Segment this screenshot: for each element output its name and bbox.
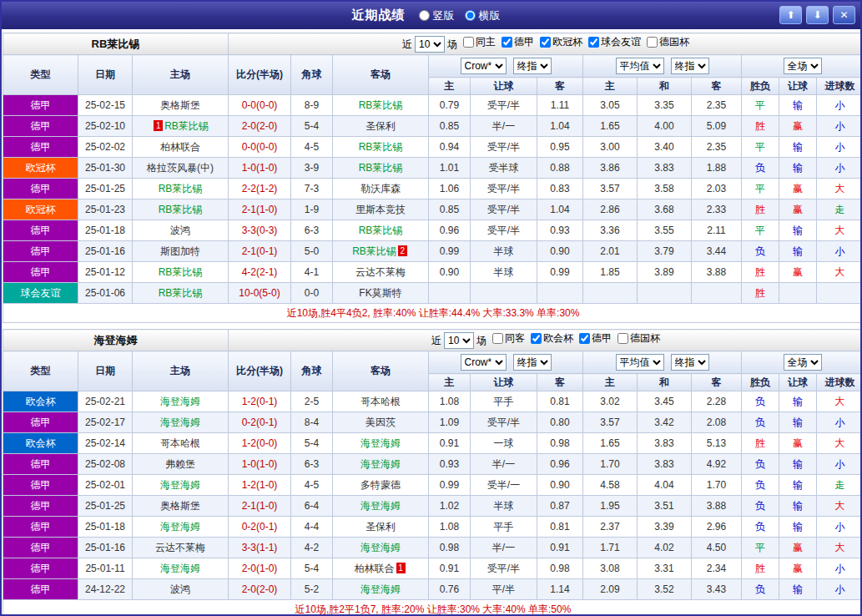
team-name-text: 勒沃库森: [360, 183, 401, 194]
competition-badge: 德甲: [3, 496, 78, 517]
bookmaker-select[interactable]: Crow*: [461, 354, 507, 371]
filter-球会友谊[interactable]: 球会友谊: [588, 35, 641, 49]
average-stage-select[interactable]: 终指: [671, 58, 709, 74]
filter-同客[interactable]: 同客: [492, 331, 525, 346]
filter-德国杯[interactable]: 德国杯: [647, 35, 689, 49]
away-team: 海登海姆: [333, 538, 429, 558]
filter-checkbox-同主[interactable]: [463, 37, 474, 48]
scroll-down-button[interactable]: ⬇: [806, 6, 829, 24]
filter-checkbox-欧冠杯[interactable]: [540, 37, 551, 48]
corners: 1-9: [291, 199, 333, 220]
corners: 6-4: [291, 496, 333, 517]
match-date: 25-01-18: [78, 220, 133, 241]
team-name-text: 波鸿: [170, 225, 190, 236]
avg-draw-odds: 4.02: [638, 538, 692, 558]
away-team: 里斯本竞技: [333, 199, 429, 220]
average-stage-select[interactable]: 终指: [671, 354, 709, 371]
avg-draw-odds: 3.39: [638, 517, 692, 538]
layout-vertical-option[interactable]: 竖版: [419, 8, 455, 23]
final-score: 1-0(1-0): [229, 454, 291, 475]
summary-line: 近10场,胜2平1负7, 胜率:20% 让胜率:30% 大率:40% 单率:50…: [3, 600, 862, 616]
filter-checkbox-德国杯[interactable]: [647, 37, 658, 48]
col-hcap-result: 让球: [779, 374, 817, 391]
avg-home-odds: 1.95: [583, 496, 638, 517]
col-avg-away: 客: [692, 78, 742, 95]
corners: 3-9: [291, 158, 333, 179]
col-avg-draw: 和: [638, 374, 692, 391]
avg-draw-odds: 3.51: [638, 496, 692, 517]
filter-checkbox-德甲[interactable]: [579, 333, 590, 344]
match-row: 球会友谊25-01-06RB莱比锡10-0(5-0)0-0FK莫斯特胜: [3, 283, 862, 304]
vertical-layout-radio[interactable]: [419, 10, 430, 21]
col-corner: 角球: [291, 55, 333, 95]
horizontal-layout-radio[interactable]: [465, 10, 476, 21]
handicap-result: 赢: [779, 179, 817, 199]
competition-badge: 德甲: [3, 412, 78, 433]
avg-away-odds: 4.92: [692, 454, 742, 475]
handicap-stage-select[interactable]: 终指: [513, 58, 552, 74]
match-count-select[interactable]: 10: [444, 332, 474, 349]
final-score: 1-2(0-1): [229, 391, 291, 412]
corners: 5-4: [291, 433, 333, 454]
filter-德甲[interactable]: 德甲: [502, 35, 534, 49]
filter-checkbox-球会友谊[interactable]: [588, 37, 599, 48]
avg-away-odds: 2.08: [692, 412, 742, 433]
handicap-odds-group: Crow*终指: [429, 351, 583, 374]
competition-badge: 德甲: [3, 579, 78, 600]
match-count-select[interactable]: 10: [415, 36, 445, 53]
filter-suffix: 场: [447, 38, 457, 50]
competition-badge: 欧会杯: [3, 391, 78, 412]
filter-德甲[interactable]: 德甲: [579, 331, 612, 346]
col-avg-draw: 和: [638, 78, 692, 95]
filter-checkbox-欧会杯[interactable]: [531, 333, 542, 344]
corners: 4-2: [291, 538, 333, 558]
average-select[interactable]: 平均值: [616, 58, 664, 74]
handicap-away-odds: [537, 283, 583, 304]
summary-row: 近10场,胜4平4负2, 胜率:40% 让胜率:44.4% 大率:33.3% 单…: [3, 304, 862, 323]
match-date: 25-01-11: [78, 558, 133, 579]
layout-horizontal-option[interactable]: 横版: [465, 8, 501, 23]
handicap-away-odds: 1.11: [537, 95, 583, 116]
corners: 4-5: [291, 137, 333, 158]
win-draw-loss-result: 负: [742, 241, 779, 262]
handicap-result: 赢: [779, 116, 817, 137]
scope-select[interactable]: 全场: [784, 354, 822, 371]
close-icon: ✕: [839, 9, 848, 21]
bookmaker-select[interactable]: Crow*: [461, 58, 507, 74]
filter-checkbox-同客[interactable]: [492, 333, 503, 344]
final-score: 2-0(2-0): [229, 579, 291, 600]
handicap-result: 输: [779, 220, 817, 241]
avg-away-odds: 2.11: [692, 220, 742, 241]
close-button[interactable]: ✕: [833, 6, 855, 24]
filter-德国杯[interactable]: 德国杯: [618, 331, 660, 346]
average-select[interactable]: 平均值: [616, 354, 664, 371]
competition-badge: 德甲: [3, 475, 78, 496]
league-filters: 同主德甲欧冠杯球会友谊德国杯: [457, 38, 689, 50]
avg-away-odds: 2.35: [692, 137, 742, 158]
corners: 6-3: [291, 220, 333, 241]
handicap-away-odds: 0.96: [537, 454, 583, 475]
filter-同主[interactable]: 同主: [463, 35, 496, 49]
handicap-stage-select[interactable]: 终指: [513, 354, 552, 371]
match-date: 25-02-15: [78, 95, 133, 116]
avg-draw-odds: 3.83: [638, 158, 692, 179]
team-name-text: 哥本哈根: [360, 396, 401, 407]
avg-home-odds: 3.86: [583, 158, 638, 179]
competition-badge: 德甲: [3, 558, 78, 579]
scroll-up-button[interactable]: ⬆: [779, 6, 802, 24]
filter-prefix: 近: [402, 38, 412, 50]
scope-select[interactable]: 全场: [784, 58, 822, 74]
filter-checkbox-德国杯[interactable]: [618, 333, 628, 344]
avg-home-odds: 3.08: [583, 558, 638, 579]
col-goals: 进球数: [817, 78, 862, 95]
filter-欧会杯[interactable]: 欧会杯: [531, 331, 573, 346]
avg-home-odds: [583, 283, 638, 304]
filter-checkbox-德甲[interactable]: [502, 37, 512, 48]
final-score: 2-1(1-0): [229, 496, 291, 517]
handicap-line: 受平/半: [471, 220, 537, 241]
over-under-result: 小: [817, 517, 862, 538]
filter-欧冠杯[interactable]: 欧冠杯: [540, 35, 582, 49]
match-date: 25-01-16: [78, 538, 133, 558]
team-name: 海登海姆: [3, 330, 229, 351]
final-score: 1-2(1-0): [229, 475, 291, 496]
